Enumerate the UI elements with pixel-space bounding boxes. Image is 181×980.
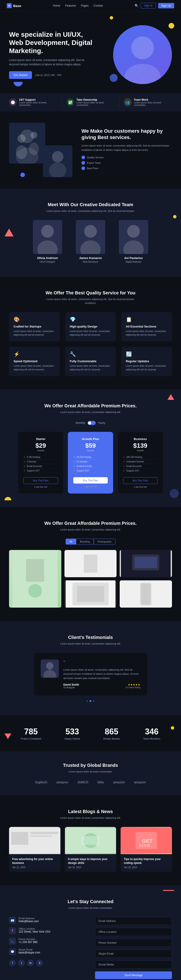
skype-label: Skype Email [19,948,40,951]
signup-button[interactable]: Sign Up [158,3,174,8]
dot-2[interactable] [90,700,91,702]
portfolio-subtitle: Lorem ipsum dolor sit amet, consectetur … [45,528,136,532]
service-desc-5: Lorem ipsum dolor sit amet, consectetur … [70,364,111,372]
support-text: 24/7 Support Lorem ipsum dolor sit amet … [19,98,57,107]
deco-yellow-hero [168,23,174,29]
svg-rect-31 [77,586,104,602]
pricing-grid: Starter $29 /month ✓5 GB Hosting ✓2 Doma… [9,432,172,493]
about-image-2 [43,145,72,177]
portfolio-grid [9,550,172,608]
deco-triangle-pink [5,229,14,237]
form-phone-input[interactable] [95,939,172,947]
portfolio-item-2[interactable] [65,550,117,577]
ownership-icon: ✅ [66,98,74,107]
price-card-business: Business $139 /month ✓100 GB Hosting ✓Un… [118,432,163,493]
pricing-title: We Offer Great Affordable Premium Prices… [9,403,172,409]
filter-branding[interactable]: Branding [76,539,94,544]
portfolio-item-4[interactable] [65,581,117,608]
about-description: Lorem ipsum dolor sit amet, consectetur … [82,143,172,152]
team-grid: Olivia Andrium UI/UX Designer James Kama… [9,220,172,263]
portfolio-thumb-1 [9,550,61,608]
form-skype-input[interactable] [95,950,172,958]
nav-pages[interactable]: Pages [81,4,88,7]
portfolio-item-1[interactable] [9,550,61,608]
contact-subtitle: Lorem ipsum dolor sit amet consectetur. [45,906,136,910]
signin-button[interactable]: Sign In [141,3,156,9]
svg-point-36 [46,662,54,670]
buy-business-button[interactable]: Buy This Plan [123,477,157,484]
deco-triangle-stats [5,733,11,739]
form-location-input[interactable] [95,928,172,936]
blog-section: Latest Blogs & News Lorem ipsum dolor si… [0,795,181,885]
social-linkedin[interactable]: li [36,959,43,966]
social-facebook[interactable]: f [9,959,16,966]
service-card-2: 💎 High-quality Design Lorem ipsum dolor … [65,312,116,341]
toggle-monthly: Monthly [76,422,85,425]
stat-clients: 533 Happy Clients [65,727,80,740]
blog-card-2[interactable]: 9 simple ways to improve your design ski… [65,827,116,872]
dot-3[interactable] [93,700,94,702]
svg-point-5 [17,135,25,143]
svg-point-23 [28,584,42,598]
stats-grid: 785 Project Completed 533 Happy Clients … [9,727,172,740]
social-twitter[interactable]: t [18,959,25,966]
logo-icon: B [7,3,12,8]
blog-card-3[interactable]: GET DONE Tips to quickly improve your co… [121,827,172,872]
service-title-5: Fully Customizable [70,360,111,363]
email-icon: 📧 [9,917,16,924]
search-button[interactable]: 🔍 [135,4,139,8]
portfolio-item-3[interactable] [120,550,172,577]
submit-button[interactable]: Send Message [95,971,172,979]
nav-links: Home Features Pages Contact [53,4,103,7]
service-icon-1: 🎨 [14,317,55,323]
logo[interactable]: B Base [7,3,21,8]
team-role-1: UI/UX Designer [30,261,66,263]
stat-projects: 785 Project Completed [21,727,41,740]
svg-point-19 [127,225,140,238]
feature-growth-3: ✓Email Accounts [73,464,108,469]
brands-section: Trusted by Global Brands Lorem ipsum dol… [0,751,181,795]
stat-label-projects: Project Completed [21,737,41,740]
form-email-input[interactable] [95,917,172,925]
services-title: We Offer The Best Quality Service for Yo… [9,290,172,296]
service-card-4: ⚡ Speed Optimized Lorem ipsum dolor sit … [9,347,60,376]
service-title-3: All Essential Sections [126,325,167,328]
service-title-4: Speed Optimized [14,360,55,363]
testimonial-card: " Lorem ipsum dolor sit amet, consectetu… [34,653,147,695]
buy-growth-button[interactable]: Buy This Plan [73,477,108,484]
brands-title: Trusted by Global Brands [9,763,172,768]
buy-starter-button[interactable]: Buy This Plan [24,477,58,484]
stat-label-clients: Happy Clients [65,737,80,740]
service-desc-4: Lorem ipsum dolor sit amet, consectetur … [14,364,55,372]
blog-title: Latest Blogs & News [9,809,172,814]
feature-growth-2: ✓10 Domain [73,460,108,464]
stat-label-awards: Design Awards [103,737,120,740]
brand-1: logitech [35,780,47,784]
portfolio-thumb-4 [65,581,117,608]
form-social-input[interactable] [95,961,172,969]
blog-card-1[interactable]: Free advertising for your online busines… [9,827,60,872]
filter-photography[interactable]: Photography [94,539,115,544]
dot-1[interactable] [87,700,88,702]
brand-4: Nike [97,780,104,784]
plan-name-starter: Starter [24,437,58,441]
blog-date-2: Jan 15, 2023 [68,866,113,869]
portfolio-item-5[interactable] [120,581,172,608]
toggle-yearly: Yearly [98,422,105,425]
filter-all[interactable]: All [66,539,76,544]
nav-features[interactable]: Features [65,4,76,7]
nav-home[interactable]: Home [53,4,60,7]
stat-number-projects: 785 [21,727,41,737]
hero-cta-button[interactable]: Get Started [9,71,32,79]
nav-contact[interactable]: Contact [93,4,103,7]
brand-5: amazon [113,780,125,784]
portfolio-thumb-5 [120,581,172,608]
feature-business-4: ✓Support 24/7 [123,469,157,473]
billing-toggle[interactable] [88,421,96,425]
team-section: Meet With Our Creative Dedicated Team Lo… [0,188,181,277]
service-title-6: Regular Updates [126,360,167,363]
social-instagram[interactable]: in [27,959,34,966]
contact-layout: 📧 Email Address hello@base.com 📍 Office … [9,917,172,979]
brand-2: amazon [56,780,68,784]
blog-content-1: Free advertising for your online busines… [9,854,60,872]
